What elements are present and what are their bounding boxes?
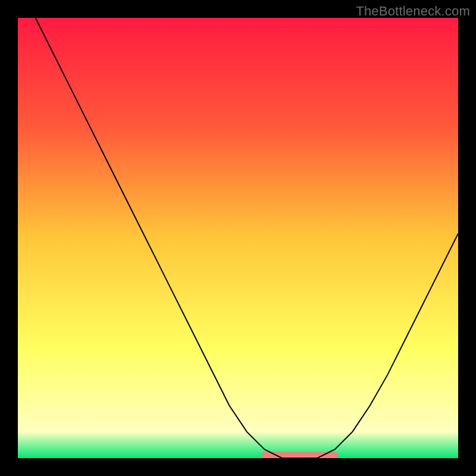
bottleneck-chart: [18, 18, 458, 458]
chart-area: [18, 18, 458, 458]
watermark-text: TheBottleneck.com: [356, 4, 470, 19]
gradient-background: [18, 18, 458, 458]
